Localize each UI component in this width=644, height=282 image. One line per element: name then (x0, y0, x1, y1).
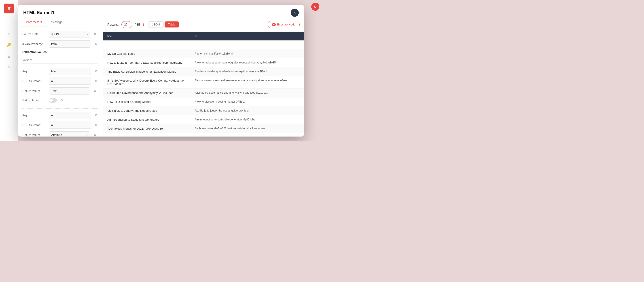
css-selector-url-input[interactable] (49, 122, 91, 129)
json-property-input[interactable] (49, 40, 91, 48)
close-icon: ✕ (294, 10, 296, 15)
table-row: The Basic UX Design Tradeoffs for Naviga… (103, 67, 304, 76)
css-selector-url-label: CSS Selector: (22, 123, 47, 127)
css-selector-title-gear-icon[interactable]: ⚙ (93, 78, 99, 84)
key-title-row: Key: ⚙ (22, 68, 98, 75)
return-array-toggle[interactable] (49, 98, 57, 103)
key-url-row: Key: ⚙ (22, 112, 98, 119)
cell-title: My On Call Manifesto (103, 49, 190, 58)
json-property-label: JSON Property: (22, 42, 47, 46)
css-selector-title-label: CSS Selector: (22, 79, 47, 83)
source-data-select[interactable]: JSON (49, 31, 90, 38)
cell-url: /my-on-call-manifesto-f11a3eml (190, 49, 304, 58)
modal-title: HTML Extract1 (23, 10, 54, 15)
return-value-title-label: Return Value: (22, 89, 47, 92)
return-array-title-row: Return Array: ⚙ (22, 97, 98, 103)
table-row: If It's So Awesome, Why Doesn't Every Co… (103, 76, 304, 88)
tab-settings[interactable]: Settings (46, 18, 67, 27)
css-selector-url-row: CSS Selector: ⚙ (22, 122, 98, 129)
modal-header: HTML Extract1 ✕ (18, 5, 304, 18)
table-row: How to Make a Poor Man's EEG (Electroenc… (103, 58, 304, 67)
source-data-select-wrapper: JSON (49, 31, 90, 38)
key-url-label: Key: (22, 113, 47, 117)
json-property-row: JSON Property: ⚙ (22, 40, 98, 48)
html-extract-modal: HTML Extract1 ✕ Parameters Settings Sour… (18, 5, 304, 137)
value-group-url: Key: ⚙ CSS Selector: ⚙ Return Value: (22, 109, 98, 137)
return-value-title-gear-icon[interactable]: ⚙ (92, 88, 98, 94)
extraction-values-title: Extraction Values: (22, 50, 98, 54)
cell-url: /technology-trends-for-2021-a-forecast-f… (190, 124, 304, 133)
return-value-url-select[interactable]: Attribute Text (49, 131, 90, 137)
return-value-url-row: Return Value: Attribute Text ⚙ (22, 131, 98, 137)
results-label: Results: (107, 23, 119, 26)
cell-title: An Introduction to Static Site Generator… (103, 115, 190, 124)
results-table-container: title url My On Call Manifesto/my-on-cal… (103, 32, 304, 137)
source-data-row: Source Data: JSON ⚙ (22, 31, 98, 38)
cell-title: Distributed Governance and Anonymity: A … (103, 88, 190, 97)
cell-title: Technology Trends for 2021: A Forecast f… (103, 124, 190, 133)
key-title-gear-icon[interactable]: ⚙ (93, 68, 99, 74)
modal-close-button[interactable]: ✕ (291, 9, 299, 17)
execute-label: Execute Node (277, 23, 296, 26)
key-title-input[interactable] (49, 68, 91, 75)
cell-url: /vanilla-js-to-jquery-the-noobs-guide-gw… (190, 106, 304, 115)
modal-body: Parameters Settings Source Data: JSON ⚙ (18, 18, 304, 137)
col-header-title: title (103, 32, 190, 40)
execute-node-button[interactable]: ▶ Execute Node (268, 21, 300, 28)
cell-title: If It's So Awesome, Why Doesn't Every Co… (103, 76, 190, 88)
key-url-gear-icon[interactable]: ⚙ (93, 112, 99, 118)
return-value-title-select[interactable]: Text Attribute (49, 87, 90, 94)
cell-url: /an-introduction-to-static-site-generato… (190, 115, 304, 124)
cell-url: /how-to-make-a-poor-mans-eeg-electroence… (190, 58, 304, 67)
key-title-label: Key: (22, 69, 47, 73)
results-count-select[interactable]: 25 50 100 (122, 21, 132, 28)
key-url-input[interactable] (49, 112, 91, 119)
values-label: Values: (22, 58, 98, 64)
col-header-url: url (190, 32, 304, 40)
return-array-toggle-wrapper (49, 98, 57, 103)
return-value-title-select-wrapper: Text Attribute (49, 87, 90, 94)
css-selector-title-row: CSS Selector: ⚙ (22, 77, 98, 85)
parameters-content: Source Data: JSON ⚙ JSON Property: ⚙ (18, 27, 103, 137)
cell-url: /how-to-discover-a-coding-mentor-07i3t4z (190, 97, 304, 106)
right-panel: Results: 25 50 100 / 85 ℹ JSON Table ▶ E… (103, 18, 304, 137)
table-row (103, 40, 304, 49)
table-row: An Introduction to Static Site Generator… (103, 115, 304, 124)
css-selector-url-gear-icon[interactable]: ⚙ (93, 122, 99, 128)
source-data-label: Source Data: (22, 32, 47, 36)
return-array-gear-icon[interactable]: ⚙ (58, 97, 65, 103)
table-row: My On Call Manifesto/my-on-call-manifest… (103, 49, 304, 58)
cell-url: /the-basic-ux-design-tradeoffs-for-navig… (190, 67, 304, 76)
modal-overlay: HTML Extract1 ✕ Parameters Settings Sour… (0, 0, 322, 141)
cell-title (103, 40, 190, 49)
info-icon: ℹ (143, 23, 144, 26)
table-row: Vanilla JS to Jquery: The Noobs Guide/va… (103, 106, 304, 115)
cell-url (190, 40, 304, 49)
json-view-button[interactable]: JSON (148, 21, 164, 27)
tab-parameters[interactable]: Parameters (22, 18, 46, 27)
return-value-url-gear-icon[interactable]: ⚙ (92, 132, 98, 137)
results-total: / 85 (135, 23, 140, 26)
table-header-row: title url (103, 32, 304, 40)
results-table: title url My On Call Manifesto/my-on-cal… (103, 32, 304, 133)
tabs: Parameters Settings (22, 18, 99, 27)
left-panel: Parameters Settings Source Data: JSON ⚙ (18, 18, 103, 137)
value-group-title: Key: ⚙ CSS Selector: ⚙ Return Value: (22, 65, 98, 109)
table-row: Technology Trends for 2021: A Forecast f… (103, 124, 304, 133)
cell-title: The Basic UX Design Tradeoffs for Naviga… (103, 67, 190, 76)
css-selector-title-input[interactable] (49, 77, 91, 85)
cell-url: /distributed-governance-and-anonymity-a-… (190, 88, 304, 97)
source-data-gear-icon[interactable]: ⚙ (92, 31, 98, 37)
return-value-url-label: Return Value: (22, 133, 47, 137)
cell-title: How To Discover a Coding Mentor (103, 97, 190, 106)
return-array-title-label: Return Array: (22, 99, 47, 102)
json-property-gear-icon[interactable]: ⚙ (93, 41, 99, 47)
cell-title: Vanilla JS to Jquery: The Noobs Guide (103, 106, 190, 115)
cell-url: /if-its-so-awesome-why-doesnt-every-comp… (190, 76, 304, 88)
results-header: Results: 25 50 100 / 85 ℹ JSON Table ▶ E… (103, 18, 304, 32)
table-row: Distributed Governance and Anonymity: A … (103, 88, 304, 97)
table-view-button[interactable]: Table (164, 21, 179, 27)
return-value-title-row: Return Value: Text Attribute ⚙ (22, 87, 98, 94)
play-icon: ▶ (272, 23, 276, 26)
cell-title: How to Make a Poor Man's EEG (Electroenc… (103, 58, 190, 67)
